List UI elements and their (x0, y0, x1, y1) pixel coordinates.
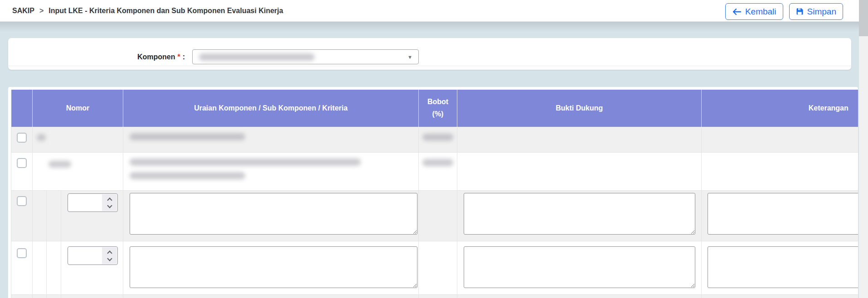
back-button-label: Kembali (745, 7, 776, 17)
indent-cell (47, 294, 61, 298)
nomor-number-value (68, 247, 102, 264)
keterangan-cell (702, 241, 858, 294)
komponen-label: Komponen * : (81, 49, 185, 64)
uraian-cell (123, 152, 419, 190)
vertical-scrollbar[interactable] (859, 0, 868, 298)
table-row-sub-komponen (11, 152, 858, 190)
keterangan-cell (702, 127, 858, 152)
row-checkbox-cell (11, 127, 33, 152)
bukti-cell (457, 241, 702, 294)
uraian-cell (123, 241, 419, 294)
nomor-number-value (68, 194, 102, 211)
keterangan-cell (702, 190, 858, 241)
toolbar: Kembali Simpan (725, 3, 843, 20)
bukti-dukung-textarea[interactable] (464, 193, 695, 235)
redacted-bobot (422, 159, 453, 166)
header-bukti-dukung: Bukti Dukung (457, 90, 702, 127)
back-button[interactable]: Kembali (725, 3, 783, 20)
nomor-input-cell (61, 294, 123, 298)
row-checkbox[interactable] (17, 196, 27, 206)
row-checkbox-cell (11, 241, 33, 294)
uraian-cell (123, 190, 419, 241)
header-nomor: Nomor (33, 90, 123, 127)
lke-table-panel: Nomor Uraian Komponen / Sub Komponen / K… (8, 87, 858, 298)
nomor-number-input[interactable] (68, 246, 118, 265)
redacted-uraian-line1 (130, 159, 361, 166)
uraian-cell (123, 127, 419, 152)
scrollbar-thumb[interactable] (859, 0, 868, 36)
required-asterisk: * (177, 53, 180, 61)
uraian-cell (123, 294, 419, 298)
number-spin-buttons[interactable] (102, 247, 117, 264)
spin-down-icon[interactable] (107, 256, 112, 261)
header-uraian: Uraian Komponen / Sub Komponen / Kriteri… (123, 90, 419, 127)
header-bobot: Bobot (%) (419, 90, 457, 127)
indent-cell (47, 241, 61, 294)
table-row-kriteria (11, 190, 858, 241)
redacted-bobot (422, 134, 453, 141)
breadcrumb-root[interactable]: SAKIP (12, 7, 34, 15)
bukti-cell (457, 127, 702, 152)
spin-down-icon[interactable] (107, 203, 112, 208)
indent-cell (47, 190, 61, 241)
row-checkbox-cell (11, 190, 33, 241)
bobot-cell (419, 190, 457, 241)
table-header-row: Nomor Uraian Komponen / Sub Komponen / K… (11, 90, 858, 127)
bobot-cell (419, 127, 457, 152)
row-checkbox[interactable] (17, 248, 27, 258)
nomor-cell (33, 152, 123, 190)
keterangan-textarea[interactable] (708, 246, 858, 288)
page-title: Input LKE - Kriteria Komponen dan Sub Ko… (48, 7, 283, 15)
header-checkbox-column (11, 90, 33, 127)
table-row-kriteria (11, 241, 858, 294)
screen: SAKIP > Input LKE - Kriteria Komponen da… (0, 0, 868, 298)
number-spin-buttons[interactable] (102, 194, 117, 211)
table-row-partial (11, 294, 858, 298)
komponen-label-colon: : (183, 53, 185, 61)
komponen-form-panel: Komponen * : ▼ (8, 38, 851, 70)
arrow-left-icon (732, 8, 742, 15)
indent-cell (33, 294, 47, 298)
row-checkbox[interactable] (17, 158, 27, 168)
header-bobot-line1: Bobot (419, 96, 457, 108)
breadcrumb-separator: > (39, 7, 44, 15)
komponen-select[interactable]: ▼ (192, 49, 419, 64)
uraian-textarea[interactable] (130, 246, 417, 288)
keterangan-cell (702, 294, 858, 298)
keterangan-textarea[interactable] (708, 193, 858, 235)
save-button-label: Simpan (807, 7, 836, 17)
spin-up-icon[interactable] (107, 197, 112, 202)
redacted-nomor (48, 161, 71, 168)
lke-table: Nomor Uraian Komponen / Sub Komponen / K… (11, 90, 858, 298)
bobot-cell (419, 294, 457, 298)
chevron-down-icon: ▼ (407, 54, 412, 60)
nomor-number-input[interactable] (68, 193, 118, 212)
bobot-cell (419, 241, 457, 294)
bukti-dukung-textarea[interactable] (464, 246, 695, 288)
komponen-label-text: Komponen (137, 53, 175, 61)
indent-cell (33, 241, 47, 294)
uraian-textarea[interactable] (130, 193, 417, 235)
bukti-cell (457, 294, 702, 298)
page-background: Komponen * : ▼ Nomor Uraia (0, 22, 859, 298)
row-checkbox-cell (11, 294, 33, 298)
bukti-cell (457, 190, 702, 241)
bobot-cell (419, 152, 457, 190)
save-button[interactable]: Simpan (789, 3, 843, 20)
nomor-input-cell (61, 241, 123, 294)
row-checkbox-cell (11, 152, 33, 190)
keterangan-cell (702, 152, 858, 190)
redacted-uraian (130, 133, 245, 140)
nomor-input-cell (61, 190, 123, 241)
header-keterangan: Keterangan (702, 90, 858, 127)
nomor-cell (33, 127, 123, 152)
spin-up-icon[interactable] (107, 250, 112, 255)
header-bobot-line2: (%) (419, 108, 457, 120)
redacted-uraian-line2 (130, 172, 245, 179)
top-bar: SAKIP > Input LKE - Kriteria Komponen da… (0, 0, 868, 22)
komponen-selected-value-redacted (199, 53, 315, 61)
breadcrumb: SAKIP > Input LKE - Kriteria Komponen da… (12, 0, 283, 22)
redacted-nomor (37, 134, 46, 141)
save-icon (796, 8, 804, 15)
row-checkbox[interactable] (17, 133, 27, 143)
